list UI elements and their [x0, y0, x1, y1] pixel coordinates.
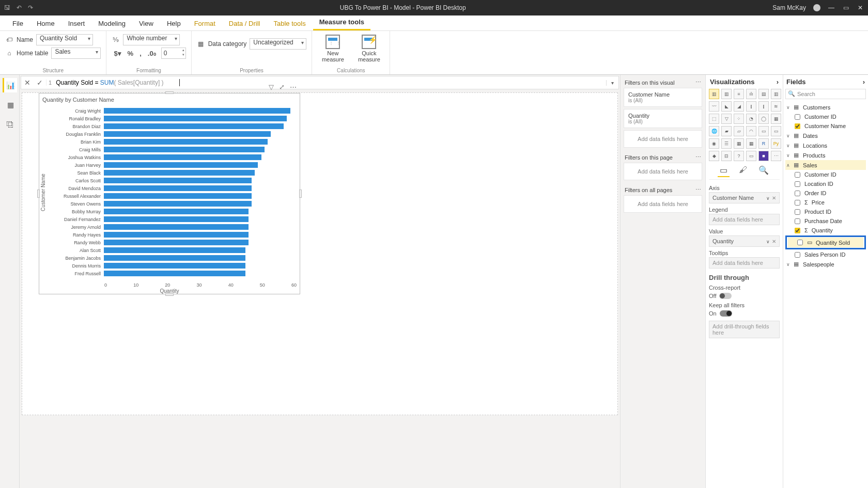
- viz-card[interactable]: ▭: [758, 126, 769, 136]
- filter-page-drop[interactable]: Add data fields here: [624, 163, 702, 180]
- viz-scatter[interactable]: ⁘: [734, 114, 744, 124]
- report-view-button[interactable]: 📊: [3, 78, 17, 92]
- tab-insert[interactable]: Insert: [62, 17, 91, 30]
- field-price[interactable]: ΣPrice: [785, 198, 866, 207]
- legend-well[interactable]: Add data fields here: [709, 214, 780, 225]
- cancel-formula-button[interactable]: ✕: [21, 78, 34, 87]
- viz-slicer[interactable]: ☰: [721, 138, 732, 149]
- field-customer-id[interactable]: Customer ID: [785, 112, 866, 121]
- bar[interactable]: [104, 224, 249, 230]
- viz-area[interactable]: ◣: [721, 101, 732, 112]
- viz-clustered-column[interactable]: ılı: [746, 89, 756, 99]
- viz-stacked-bar[interactable]: ▥: [709, 89, 719, 99]
- viz-stacked-column[interactable]: ▥: [721, 89, 732, 99]
- viz-treemap[interactable]: ▦: [771, 114, 781, 124]
- table-customers[interactable]: ∨▦Customers: [785, 102, 866, 112]
- bar[interactable]: [104, 271, 245, 276]
- bar[interactable]: [104, 178, 252, 183]
- viz-r[interactable]: R: [758, 138, 769, 149]
- viz-decomp[interactable]: ⊟: [721, 151, 732, 161]
- data-category-select[interactable]: Uncategorized: [250, 38, 306, 50]
- cross-toggle[interactable]: Off: [709, 293, 780, 299]
- filter-icon[interactable]: ▽: [269, 83, 274, 91]
- table-sales[interactable]: ∧▦Sales: [785, 160, 866, 170]
- bar[interactable]: [104, 170, 255, 176]
- table-salespeople[interactable]: ∨▦Salespeople: [785, 259, 866, 269]
- bar[interactable]: [104, 247, 245, 253]
- viz-map[interactable]: 🌐: [709, 126, 719, 136]
- avatar[interactable]: [813, 4, 820, 11]
- bar[interactable]: [104, 154, 261, 160]
- value-well[interactable]: Quantity∨✕: [709, 235, 780, 247]
- viz-100-column[interactable]: ▥: [771, 89, 781, 99]
- currency-button[interactable]: $▾: [112, 49, 123, 58]
- home-table-select[interactable]: Sales: [51, 48, 101, 59]
- axis-well[interactable]: Customer Name∨✕: [709, 192, 780, 203]
- viz-funnel[interactable]: ▽: [721, 114, 732, 124]
- fields-tab[interactable]: ▭: [718, 164, 730, 177]
- quick-measure-button[interactable]: Quick measure: [353, 31, 384, 66]
- bar[interactable]: [104, 185, 252, 191]
- viz-clustered-bar[interactable]: ≡: [734, 89, 744, 99]
- value-remove[interactable]: ✕: [772, 239, 776, 244]
- viz-waterfall[interactable]: ⬚: [709, 114, 719, 124]
- tab-help[interactable]: Help: [161, 17, 187, 30]
- bar[interactable]: [104, 201, 252, 207]
- viz-py[interactable]: Py: [771, 138, 781, 149]
- bar[interactable]: [104, 193, 252, 199]
- bar[interactable]: [104, 209, 249, 214]
- tab-file[interactable]: File: [6, 17, 29, 30]
- tab-modeling[interactable]: Modeling: [92, 17, 132, 30]
- field-quantity-sold[interactable]: ▭Quantity Sold: [788, 238, 863, 247]
- viz-keyinf[interactable]: ◆: [709, 151, 719, 161]
- drill-well[interactable]: Add drill-through fields here: [709, 321, 780, 338]
- table-locations[interactable]: ∨▦Locations: [785, 140, 866, 150]
- viz-stacked-area[interactable]: ◢: [734, 101, 744, 112]
- undo-icon[interactable]: ↶: [17, 4, 22, 11]
- tab-table-tools[interactable]: Table tools: [267, 17, 312, 30]
- field-salesperson-id[interactable]: Sales Person ID: [785, 250, 866, 259]
- bar[interactable]: [104, 232, 249, 238]
- formula-input[interactable]: Quantity Sold = SUM( Sales[Quantity] ): [54, 79, 606, 87]
- bar[interactable]: [104, 131, 271, 137]
- filter-all-drop[interactable]: Add data fields here: [624, 195, 702, 213]
- report-page[interactable]: ▽ ⤢ ⋯ Quantity by Customer Name Customer…: [22, 92, 618, 415]
- field-product-id[interactable]: Product ID: [785, 207, 866, 216]
- analytics-tab[interactable]: 🔍: [756, 164, 771, 177]
- viz-more[interactable]: ⋯: [771, 151, 781, 161]
- commit-formula-button[interactable]: ✓: [34, 78, 46, 87]
- tooltips-well[interactable]: Add data fields here: [709, 257, 780, 269]
- field-quantity[interactable]: ΣQuantity: [785, 226, 866, 235]
- viz-arcgis[interactable]: ■: [758, 151, 769, 161]
- axis-remove[interactable]: ✕: [772, 195, 776, 201]
- viz-combo1[interactable]: ⫿: [746, 101, 756, 112]
- keep-toggle[interactable]: On: [709, 310, 780, 317]
- tab-measure-tools[interactable]: Measure tools: [313, 15, 370, 30]
- viz-gauge[interactable]: ◠: [746, 126, 756, 136]
- viz-collapse[interactable]: ›: [777, 78, 779, 86]
- filters-visual-more[interactable]: ⋯: [695, 79, 701, 86]
- model-view-button[interactable]: ⿻: [3, 117, 17, 132]
- bar-chart-visual[interactable]: ▽ ⤢ ⋯ Quantity by Customer Name Customer…: [39, 93, 300, 294]
- viz-table[interactable]: ▦: [734, 138, 744, 149]
- bar[interactable]: [104, 240, 249, 245]
- bar[interactable]: [104, 139, 268, 145]
- bar[interactable]: [104, 263, 245, 269]
- bar[interactable]: [104, 255, 245, 261]
- viz-multi-card[interactable]: ▭: [771, 126, 781, 136]
- viz-line[interactable]: 〰: [709, 101, 719, 112]
- decimals-spinner[interactable]: 0: [161, 48, 186, 59]
- viz-shape-map[interactable]: ▱: [734, 126, 744, 136]
- redo-icon[interactable]: ↷: [28, 4, 33, 11]
- bar[interactable]: [104, 123, 284, 129]
- filter-visual-drop[interactable]: Add data fields here: [624, 130, 702, 148]
- field-order-id[interactable]: Order ID: [785, 188, 866, 198]
- viz-filled-map[interactable]: ▰: [721, 126, 732, 136]
- new-measure-button[interactable]: New measure: [317, 31, 348, 66]
- bar[interactable]: [104, 116, 287, 121]
- formula-bar[interactable]: ✕ ✓ 1 Quantity Sold = SUM( Sales[Quantit…: [21, 76, 619, 89]
- field-location-id[interactable]: Location ID: [785, 179, 866, 188]
- table-products[interactable]: ∨▦Products: [785, 150, 866, 160]
- filter-card-quantity[interactable]: Quantity is (All): [624, 109, 702, 128]
- viz-combo2[interactable]: ⫿: [758, 101, 769, 112]
